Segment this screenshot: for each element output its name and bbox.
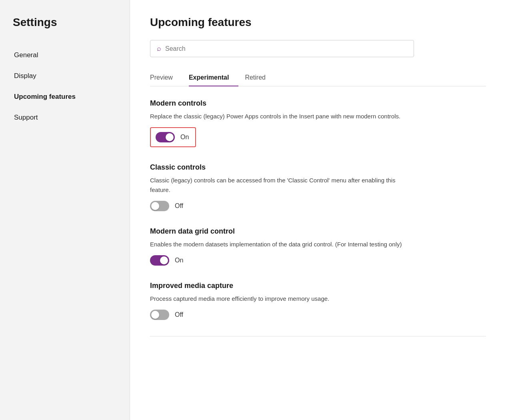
sidebar-item-general[interactable]: General <box>0 45 130 66</box>
feature-title-classic-controls: Classic controls <box>150 163 486 172</box>
toggle-row-classic-controls: Off <box>150 201 486 211</box>
tab-retired[interactable]: Retired <box>245 70 275 86</box>
feature-desc-modern-data-grid: Enables the modern datasets implementati… <box>150 240 406 249</box>
sidebar-item-display[interactable]: Display <box>0 66 130 86</box>
feature-modern-controls: Modern controls Replace the classic (leg… <box>150 99 486 147</box>
sidebar: Settings General Display Upcoming featur… <box>0 0 130 420</box>
bottom-divider <box>150 336 486 336</box>
feature-title-modern-controls: Modern controls <box>150 99 486 108</box>
toggle-row-modern-data-grid: On <box>150 255 486 266</box>
feature-classic-controls: Classic controls Classic (legacy) contro… <box>150 163 486 211</box>
toggle-thumb-modern-data-grid <box>160 256 168 264</box>
feature-title-improved-media-capture: Improved media capture <box>150 282 486 290</box>
toggle-label-modern-data-grid: On <box>175 257 183 264</box>
feature-desc-classic-controls: Classic (legacy) controls can be accesse… <box>150 176 406 194</box>
toggle-improved-media-capture[interactable] <box>150 310 169 320</box>
toggle-label-modern-controls: On <box>180 134 189 141</box>
modern-controls-highlight-box: On <box>150 127 196 147</box>
search-box: ⌕ <box>150 40 414 57</box>
search-icon: ⌕ <box>157 44 161 53</box>
toggle-label-improved-media-capture: Off <box>175 311 183 318</box>
search-input[interactable] <box>165 45 407 52</box>
feature-desc-modern-controls: Replace the classic (legacy) Power Apps … <box>150 112 406 121</box>
feature-title-modern-data-grid: Modern data grid control <box>150 227 486 236</box>
toggle-modern-controls[interactable] <box>156 132 175 142</box>
toggle-thumb-classic-controls <box>151 202 159 210</box>
feature-desc-improved-media-capture: Process captured media more efficiently … <box>150 294 406 303</box>
sidebar-title: Settings <box>0 16 130 45</box>
sidebar-item-upcoming-features[interactable]: Upcoming features <box>0 86 130 107</box>
toggle-modern-data-grid[interactable] <box>150 255 169 266</box>
tab-experimental[interactable]: Experimental <box>189 70 238 86</box>
page-title: Upcoming features <box>150 16 486 29</box>
main-content: Upcoming features ⌕ Preview Experimental… <box>130 0 510 420</box>
toggle-label-classic-controls: Off <box>175 202 183 210</box>
toggle-classic-controls[interactable] <box>150 201 169 211</box>
feature-improved-media-capture: Improved media capture Process captured … <box>150 282 486 320</box>
feature-modern-data-grid: Modern data grid control Enables the mod… <box>150 227 486 266</box>
tabs-container: Preview Experimental Retired <box>150 70 486 86</box>
toggle-row-improved-media-capture: Off <box>150 310 486 320</box>
tab-preview[interactable]: Preview <box>150 70 182 86</box>
sidebar-item-support[interactable]: Support <box>0 107 130 128</box>
